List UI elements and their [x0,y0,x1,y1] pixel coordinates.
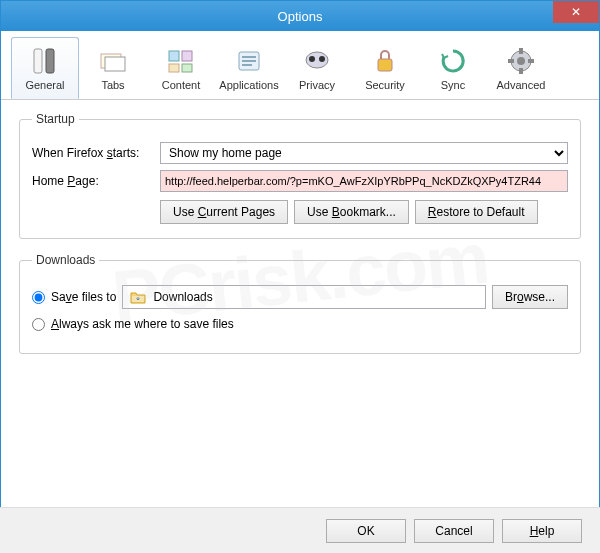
always-ask-label: Always ask me where to save files [51,317,234,331]
browse-button[interactable]: Browse... [492,285,568,309]
svg-rect-3 [105,57,125,71]
help-button[interactable]: Help [502,519,582,543]
tab-label: Applications [219,79,278,91]
titlebar: Options ✕ [1,1,599,31]
ok-button[interactable]: OK [326,519,406,543]
svg-rect-19 [519,68,523,74]
svg-rect-15 [378,59,392,71]
svg-rect-10 [242,60,256,62]
tab-content[interactable]: Content [147,37,215,99]
tab-label: Advanced [497,79,546,91]
tab-label: General [25,79,64,91]
applications-icon [233,45,265,77]
restore-default-button[interactable]: Restore to Default [415,200,538,224]
downloads-group: Downloads Save files to Downloads Browse… [19,253,581,354]
tab-label: Content [162,79,201,91]
home-page-label: Home Page: [32,174,152,188]
tab-label: Privacy [299,79,335,91]
startup-group: Startup When Firefox starts: Show my hom… [19,112,581,239]
tab-sync[interactable]: Sync [419,37,487,99]
svg-rect-21 [528,59,534,63]
always-ask-radio[interactable] [32,318,45,331]
close-button[interactable]: ✕ [553,1,599,23]
svg-point-13 [309,56,315,62]
tab-privacy[interactable]: Privacy [283,37,351,99]
svg-point-17 [517,57,525,65]
window-title: Options [278,9,323,24]
save-files-radio[interactable] [32,291,45,304]
tab-general[interactable]: General [11,37,79,99]
svg-rect-18 [519,48,523,54]
download-path-box: Downloads [122,285,486,309]
svg-rect-9 [242,56,256,58]
tab-applications[interactable]: Applications [215,37,283,99]
svg-rect-7 [182,64,192,72]
content-icon [165,45,197,77]
tab-label: Sync [441,79,465,91]
downloads-legend: Downloads [32,253,99,267]
svg-rect-1 [46,49,54,73]
privacy-icon [301,45,333,77]
svg-rect-11 [242,64,252,66]
toolbar: General Tabs Content Applications Privac… [1,31,599,100]
tabs-icon [97,45,129,77]
svg-rect-4 [169,51,179,61]
use-current-pages-button[interactable]: Use Current Pages [160,200,288,224]
svg-rect-20 [508,59,514,63]
save-files-label: Save files to [51,290,116,304]
tab-tabs[interactable]: Tabs [79,37,147,99]
footer: OK Cancel Help [0,507,600,553]
svg-point-14 [319,56,325,62]
content-area: Startup When Firefox starts: Show my hom… [1,100,599,380]
home-page-input[interactable] [160,170,568,192]
download-folder-name: Downloads [153,290,212,304]
close-icon: ✕ [571,5,581,19]
folder-icon [129,289,147,305]
svg-rect-6 [169,64,179,72]
advanced-icon [505,45,537,77]
tab-label: Security [365,79,405,91]
tab-label: Tabs [101,79,124,91]
tab-advanced[interactable]: Advanced [487,37,555,99]
when-starts-select[interactable]: Show my home page [160,142,568,164]
tab-security[interactable]: Security [351,37,419,99]
security-icon [369,45,401,77]
when-starts-label: When Firefox starts: [32,146,152,160]
svg-rect-0 [34,49,42,73]
sync-icon [437,45,469,77]
svg-rect-5 [182,51,192,61]
cancel-button[interactable]: Cancel [414,519,494,543]
use-bookmark-button[interactable]: Use Bookmark... [294,200,409,224]
startup-legend: Startup [32,112,79,126]
general-icon [29,45,61,77]
